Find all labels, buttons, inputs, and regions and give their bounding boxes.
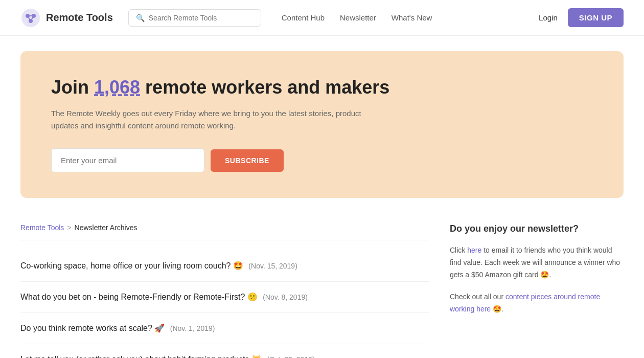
sidebar-text2-suffix: . [501, 305, 503, 313]
breadcrumb: Remote Tools > Newsletter Archives [20, 223, 429, 232]
hero-banner: Join 1,068 remote workers and makers The… [20, 51, 624, 198]
list-item: Co-working space, home office or your li… [20, 251, 429, 282]
list-item: Do you think remote works at scale? 🚀 (N… [20, 313, 429, 344]
breadcrumb-separator: > [67, 223, 71, 232]
sidebar-text-1: Click here to email it to friends who yo… [450, 244, 624, 281]
nav-links: Content Hub Newsletter What's New [282, 13, 539, 22]
newsletter-date-1: (Nov. 15, 2019) [248, 262, 297, 270]
search-input[interactable] [149, 14, 254, 22]
navbar: Remote Tools 🔍 Content Hub Newsletter Wh… [0, 0, 644, 36]
email-input[interactable] [51, 148, 204, 172]
breadcrumb-home[interactable]: Remote Tools [20, 223, 64, 232]
search-icon: 🔍 [136, 14, 145, 22]
logo-icon [20, 8, 41, 28]
newsletter-date-3: (Nov. 1, 2019) [170, 324, 215, 332]
sidebar-text-2: Check out all our content pieces around … [450, 291, 624, 316]
logo-text: Remote Tools [46, 12, 113, 24]
newsletter-date-2: (Nov. 8, 2019) [263, 293, 308, 301]
svg-point-0 [21, 9, 40, 27]
nav-actions: Login SIGN UP [539, 8, 624, 27]
newsletter-link-4[interactable]: Let me tell you (or rather ask you) abou… [20, 355, 315, 358]
newsletter-title-4: Let me tell you (or rather ask you) abou… [20, 355, 262, 358]
right-sidebar: Do you enjoy our newsletter? Click here … [450, 223, 624, 358]
search-box: 🔍 [128, 9, 261, 27]
subscribe-button[interactable]: SUBSCRIBE [211, 149, 284, 172]
sidebar-text2-prefix: Check out all our [450, 293, 505, 301]
newsletter-title-1: Co-working space, home office or your li… [20, 261, 243, 270]
main-content: Remote Tools > Newsletter Archives Co-wo… [0, 213, 644, 358]
newsletter-link-2[interactable]: What do you bet on - being Remote-Friend… [20, 293, 308, 301]
sidebar-here-link-1[interactable]: here [467, 246, 481, 254]
left-column: Remote Tools > Newsletter Archives Co-wo… [20, 223, 429, 358]
sidebar-text1-prefix: Click [450, 246, 467, 254]
list-item: What do you bet on - being Remote-Friend… [20, 282, 429, 313]
newsletter-date-4: (Oct. 25, 2019) [267, 355, 314, 358]
logo-link[interactable]: Remote Tools [20, 8, 113, 28]
hero-subtitle: The Remote Weekly goes out every Friday … [51, 107, 368, 132]
breadcrumb-divider [20, 240, 429, 240]
newsletter-title-2: What do you bet on - being Remote-Friend… [20, 293, 258, 301]
newsletter-link-1[interactable]: Co-working space, home office or your li… [20, 261, 297, 270]
breadcrumb-current: Newsletter Archives [75, 223, 137, 232]
hero-form: SUBSCRIBE [51, 148, 593, 172]
nav-newsletter[interactable]: Newsletter [340, 13, 376, 22]
hero-title: Join 1,068 remote workers and makers [51, 77, 593, 98]
login-button[interactable]: Login [539, 13, 558, 22]
hero-title-prefix: Join [51, 77, 94, 98]
newsletter-list: Co-working space, home office or your li… [20, 251, 429, 358]
nav-whats-new[interactable]: What's New [392, 13, 432, 22]
signup-button[interactable]: SIGN UP [568, 8, 624, 27]
hero-title-suffix: remote workers and makers [140, 77, 389, 98]
hero-count: 1,068 [94, 77, 140, 98]
sidebar-title: Do you enjoy our newsletter? [450, 223, 624, 234]
newsletter-title-3: Do you think remote works at scale? 🚀 [20, 324, 165, 332]
nav-content-hub[interactable]: Content Hub [282, 13, 325, 22]
newsletter-link-3[interactable]: Do you think remote works at scale? 🚀 (N… [20, 324, 215, 332]
list-item: Let me tell you (or rather ask you) abou… [20, 344, 429, 358]
